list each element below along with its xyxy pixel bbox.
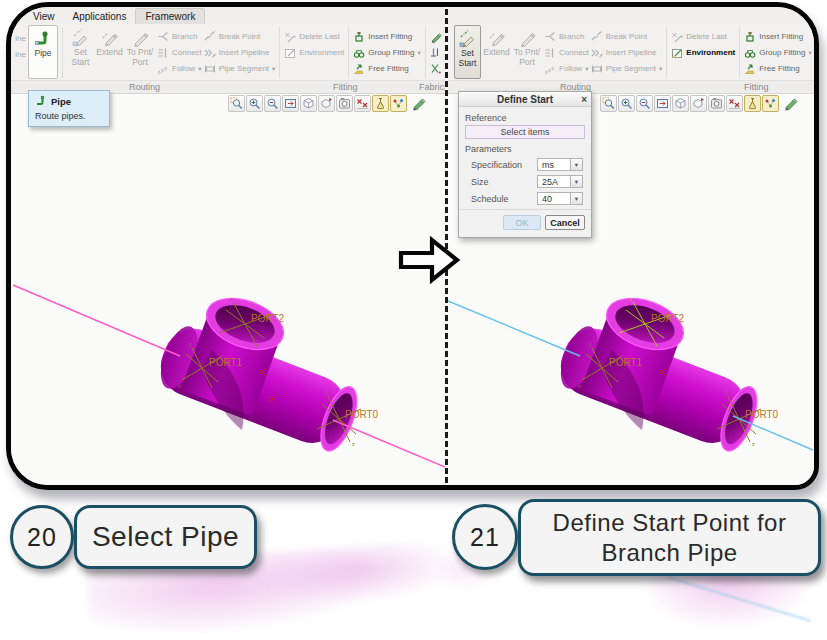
zoom-in-icon[interactable] [246,95,263,112]
svg-text:z: z [352,441,355,447]
chevron-down-icon[interactable]: ▾ [571,158,583,171]
extend-button[interactable]: Extend [96,25,123,79]
size-select[interactable]: 25A ▾ [537,175,583,188]
free-fitting-button[interactable]: Free Fitting [744,61,812,76]
separator [279,27,280,78]
sketch-pencil-icon[interactable] [783,96,799,112]
group-fitting-button[interactable]: Group Fitting ▾ [353,45,421,60]
analysis-toggle-icon[interactable] [372,95,389,112]
delete-last-button[interactable]: Delete Last [284,29,344,44]
break-point-button[interactable]: Break Point [204,29,276,44]
cut-button[interactable]: Cut ▾ [430,61,445,76]
analysis-toggle-icon[interactable] [744,95,761,112]
connect-icon [157,47,169,59]
pipe-segment-button[interactable]: Pipe Segment ▾ [204,61,276,76]
insert-fitting-button[interactable]: Insert Fitting [744,29,812,44]
datum-display-icon[interactable] [726,95,743,112]
follow-button[interactable]: Follow ▾ [157,61,202,76]
close-icon[interactable]: × [581,92,587,107]
graphics-toolbar-left [228,95,427,112]
schedule-select[interactable]: 40 ▾ [537,192,583,205]
insulation-button[interactable]: Insulation ▾ [430,29,445,44]
size-label: Size [471,177,527,187]
branch-button[interactable]: Branch [544,29,589,44]
free-fitting-icon [353,63,365,75]
to-pnt-port-icon [518,29,536,47]
to-pnt-port-icon [131,29,149,47]
pipe-segment-dropdown-arrow[interactable]: ▾ [659,65,662,73]
break-point-button[interactable]: Break Point [591,29,663,44]
zoom-window-icon[interactable] [228,95,245,112]
set-start-button[interactable]: Set Start [454,25,481,79]
tab-framework[interactable]: Framework [135,8,205,24]
cancel-button[interactable]: Cancel [545,215,585,230]
view-manager-icon[interactable] [336,95,353,112]
pipe-segment-dropdown-arrow[interactable]: ▾ [272,65,275,73]
connect-button[interactable]: Connect [544,45,589,60]
zoom-out-icon[interactable] [636,95,653,112]
display-style-icon[interactable] [300,95,317,112]
branch-button[interactable]: Branch [157,29,202,44]
step-number-21: 21 [452,504,518,570]
annotation-toggle-icon[interactable] [390,95,407,112]
chevron-down-icon[interactable]: ▾ [571,175,583,188]
refit-icon[interactable] [654,95,671,112]
pipe-tee-model[interactable]: z x y x y z P [156,276,445,482]
tooltip-description: Route pipes. [35,111,103,121]
follow-dropdown-arrow[interactable]: ▾ [585,65,588,73]
extend-button[interactable]: Extend [483,25,510,79]
to-pnt-port-button[interactable]: To Pnt/ Port [512,25,542,79]
set-start-button[interactable]: Set Start [67,25,94,79]
ok-button[interactable]: OK [503,215,541,230]
to-pnt-port-button[interactable]: To Pnt/ Port [125,25,155,79]
insert-fitting-button[interactable]: Insert Fitting [353,29,421,44]
group-fitting-dropdown-arrow[interactable]: ▾ [418,49,421,57]
pipe-segment-button[interactable]: Pipe Segment ▾ [591,61,663,76]
insert-pipeline-button[interactable]: Insert Pipeline [591,45,663,60]
display-style-icon[interactable] [672,95,689,112]
specification-select[interactable]: ms ▾ [537,158,583,171]
group-fitting-button[interactable]: Group Fitting ▾ [744,45,812,60]
delete-last-icon [671,31,683,43]
cut-icon [430,63,442,75]
dialog-titlebar[interactable]: Define Start × [459,92,591,107]
pipe-button[interactable]: Pipe [28,25,58,79]
tab-bar: s View Applications Framework [11,7,445,24]
saved-views-icon[interactable] [318,95,335,112]
port0-label: PORT0 [745,409,779,420]
annotation-toggle-icon[interactable] [762,95,779,112]
delete-last-button[interactable]: Delete Last [671,29,735,44]
insert-pipeline-button[interactable]: Insert Pipeline [204,45,276,60]
zoom-window-icon[interactable] [600,95,617,112]
free-fitting-button[interactable]: Free Fitting [353,61,421,76]
follow-dropdown-arrow[interactable]: ▾ [198,65,201,73]
zoom-out-icon[interactable] [264,95,281,112]
reference-collector[interactable]: Select items [465,125,585,139]
weld-button[interactable]: Weld ▾ [430,45,445,60]
pipe-segment-icon [204,63,216,75]
tab-bar-cropped [448,7,814,24]
pipe-tee-model[interactable]: z x y x y z PORT2 [556,276,814,482]
group-fitting-dropdown-arrow[interactable]: ▾ [808,49,811,57]
tab-applications[interactable]: Applications [64,9,136,24]
environment-button[interactable]: Environment [671,45,735,60]
chevron-down-icon[interactable]: ▾ [571,192,583,205]
routing-column-b: Break Point Insert Pipeline Pipe Segment… [204,25,276,76]
sketch-pencil-icon[interactable] [411,96,427,112]
tab-view[interactable]: View [24,9,64,24]
define-start-dialog: Define Start × Reference Select items Pa… [458,91,592,238]
environment-button[interactable]: Environment [284,45,344,60]
connect-button[interactable]: Connect [157,45,202,60]
datum-display-icon[interactable] [354,95,371,112]
refit-icon[interactable] [282,95,299,112]
saved-views-icon[interactable] [690,95,707,112]
port2-label: PORT2 [651,313,685,324]
zoom-in-icon[interactable] [618,95,635,112]
routing-column-a: Branch Connect Follow ▾ [544,25,589,76]
follow-icon [544,63,556,75]
insert-pipeline-icon [204,47,216,59]
connect-icon [544,47,556,59]
follow-button[interactable]: Follow ▾ [544,61,589,76]
tab-cut[interactable]: s [11,9,24,24]
view-manager-icon[interactable] [708,95,725,112]
